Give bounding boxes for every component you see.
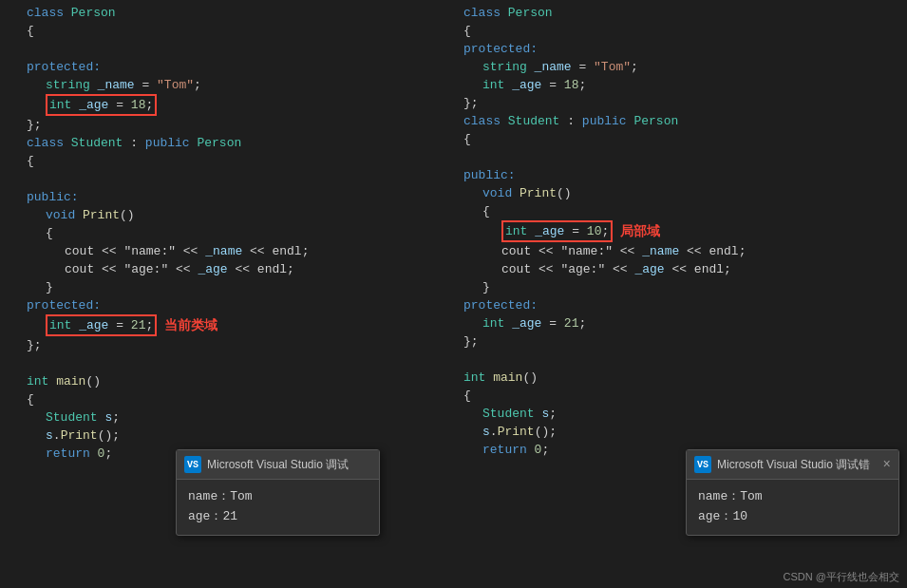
left-panel: class Person { protected: string _name =…	[0, 0, 437, 588]
code-line: {	[0, 390, 437, 408]
code-line: protected:	[437, 40, 907, 58]
code-line: public:	[437, 166, 907, 184]
right-panel: class Person { protected: string _name =…	[437, 0, 907, 588]
code-line: class Student : public Person	[437, 112, 907, 130]
highlight-box-2: int _age = 21;	[46, 314, 157, 336]
code-line: cout << "age:" << _age << endl;	[437, 260, 907, 278]
code-line: Student s;	[437, 405, 907, 423]
code-line: {	[0, 22, 437, 40]
popup-line-1: name：Tom	[188, 487, 368, 507]
code-line: };	[437, 94, 907, 112]
popup-line-2: age：21	[188, 507, 368, 527]
code-line: };	[0, 336, 437, 354]
right-popup-line-2: age：10	[698, 507, 887, 527]
code-line: }	[437, 278, 907, 296]
code-line: };	[0, 116, 437, 134]
code-line: void Print()	[0, 206, 437, 224]
code-line: string _name = "Tom";	[0, 76, 437, 94]
code-line: {	[437, 387, 907, 405]
code-line: protected:	[437, 296, 907, 314]
highlight-box-right: int _age = 10;	[501, 220, 613, 242]
right-popup-line-1: name：Tom	[698, 487, 887, 507]
code-line	[0, 40, 437, 58]
code-line: protected:	[0, 58, 437, 76]
label-current-class: 当前类域	[164, 316, 217, 334]
right-popup-title-bar: VS Microsoft Visual Studio 调试错 ×	[687, 450, 898, 480]
code-line: {	[437, 22, 907, 40]
code-line: class Student : public Person	[0, 134, 437, 152]
code-line: int _age = 18;	[437, 76, 907, 94]
type: string	[46, 76, 98, 94]
code-line	[0, 170, 437, 188]
var: _name	[98, 76, 142, 94]
code-line-highlighted: int _age = 18;	[0, 94, 437, 116]
code-line: s.Print();	[437, 423, 907, 441]
code-line: }	[0, 278, 437, 296]
code-line: class Person	[437, 4, 907, 22]
code-line: {	[0, 224, 437, 242]
code-line: {	[437, 202, 907, 220]
label-local-scope: 局部域	[620, 222, 660, 240]
code-line-highlighted2: int _age = 21; 当前类域	[0, 314, 437, 336]
code-line: Student s;	[0, 408, 437, 427]
code-line: void Print()	[437, 184, 907, 202]
main-container: class Person { protected: string _name =…	[0, 0, 907, 588]
code-line: cout << "name:" << _name << endl;	[437, 242, 907, 260]
vs-icon-right: VS	[694, 456, 711, 473]
right-popup-content: name：Tom age：10	[687, 480, 898, 535]
code-line: int main()	[0, 372, 437, 390]
code-line: {	[437, 130, 907, 148]
code-line: s.Print();	[0, 427, 437, 445]
right-popup-title: Microsoft Visual Studio 调试错	[717, 457, 870, 473]
code-line	[437, 148, 907, 166]
code-line-highlighted-right: int _age = 10; 局部域	[437, 220, 907, 242]
left-popup[interactable]: VS Microsoft Visual Studio 调试 name：Tom a…	[176, 449, 380, 536]
brace: {	[27, 22, 34, 40]
right-popup[interactable]: VS Microsoft Visual Studio 调试错 × name：To…	[686, 449, 899, 536]
highlight-box: int _age = 18;	[46, 94, 157, 116]
popup-close-icon[interactable]: ×	[883, 457, 891, 472]
code-line: {	[0, 152, 437, 170]
classname: Person	[71, 4, 116, 22]
type: int	[49, 96, 79, 114]
var: _age	[79, 96, 116, 114]
code-line: public:	[0, 188, 437, 206]
code-line	[0, 354, 437, 372]
popup-title: Microsoft Visual Studio 调试	[207, 457, 349, 473]
code-line: };	[437, 332, 907, 351]
code-line: string _name = "Tom";	[437, 58, 907, 76]
code-line: class Person	[0, 4, 437, 22]
code-line: int main()	[437, 369, 907, 387]
watermark: CSDN @平行线也会相交	[784, 570, 899, 584]
code-line: int _age = 21;	[437, 314, 907, 332]
popup-title-bar: VS Microsoft Visual Studio 调试	[177, 450, 379, 480]
vs-icon: VS	[184, 456, 201, 473]
keyword: class	[27, 4, 71, 22]
code-line: cout << "age:" << _age << endl;	[0, 260, 437, 278]
code-line: protected:	[0, 296, 437, 314]
code-line	[437, 351, 907, 369]
popup-content: name：Tom age：21	[177, 480, 379, 535]
access-specifier: protected:	[27, 58, 101, 76]
code-line: cout << "name:" << _name << endl;	[0, 242, 437, 260]
